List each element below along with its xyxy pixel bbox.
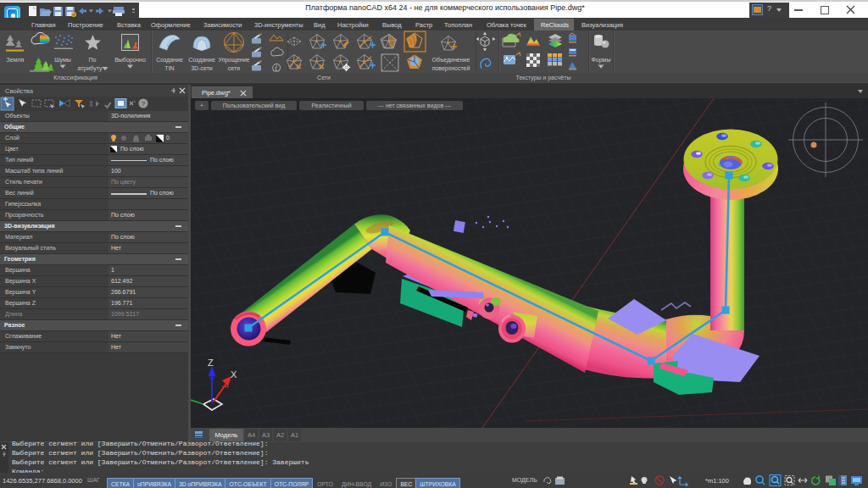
- svg-text:Z: Z: [208, 358, 214, 368]
- svg-text:Формы: Формы: [592, 57, 611, 64]
- svg-text:Шумы: Шумы: [54, 57, 71, 64]
- svg-text:3D-сети: 3D-сети: [191, 65, 213, 71]
- svg-text:Земля: Земля: [7, 57, 25, 63]
- svg-text:Упрощение: Упрощение: [219, 57, 250, 64]
- svg-text:Создание: Создание: [156, 57, 183, 64]
- svg-text:Выборочно: Выборочно: [114, 57, 146, 64]
- svg-text:Текстуры и расчёты: Текстуры и расчёты: [516, 75, 571, 81]
- svg-text:поверхностей: поверхностей: [432, 65, 470, 72]
- svg-text:Создание: Создание: [188, 57, 215, 64]
- svg-text:Классификация: Классификация: [53, 75, 97, 81]
- svg-text:По: По: [89, 57, 97, 63]
- svg-text:атрибуту: атрибуту: [78, 65, 103, 72]
- svg-text:Сети: Сети: [317, 75, 331, 80]
- svg-text:TIN: TIN: [164, 65, 174, 71]
- svg-text:?: ?: [142, 100, 146, 108]
- svg-text:X: X: [231, 369, 237, 380]
- svg-text:сети: сети: [228, 65, 240, 71]
- svg-text:Объединение: Объединение: [432, 57, 470, 64]
